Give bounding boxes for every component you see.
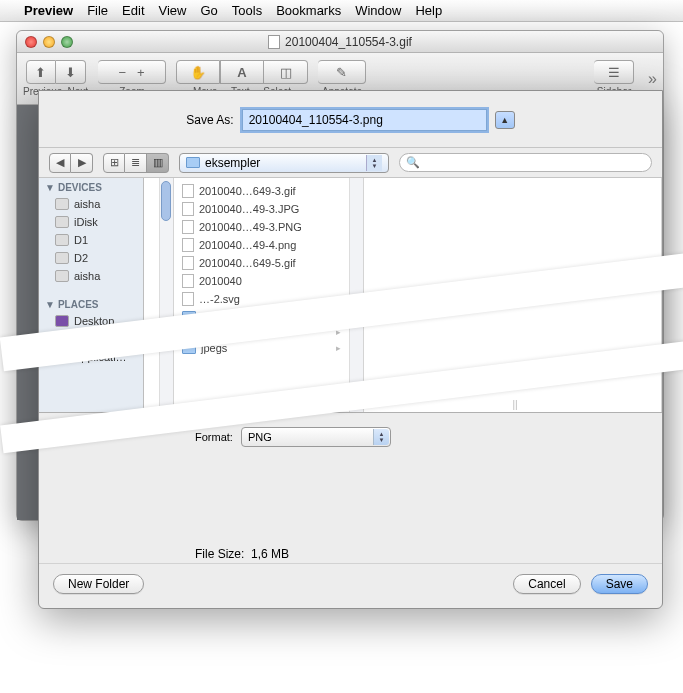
- menu-app[interactable]: Preview: [24, 3, 73, 18]
- menu-window[interactable]: Window: [355, 3, 401, 18]
- menu-go[interactable]: Go: [200, 3, 217, 18]
- menu-view[interactable]: View: [159, 3, 187, 18]
- menu-edit[interactable]: Edit: [122, 3, 144, 18]
- menu-help[interactable]: Help: [415, 3, 442, 18]
- menu-tools[interactable]: Tools: [232, 3, 262, 18]
- menu-bookmarks[interactable]: Bookmarks: [276, 3, 341, 18]
- system-menubar: Preview File Edit View Go Tools Bookmark…: [0, 0, 683, 22]
- menu-file[interactable]: File: [87, 3, 108, 18]
